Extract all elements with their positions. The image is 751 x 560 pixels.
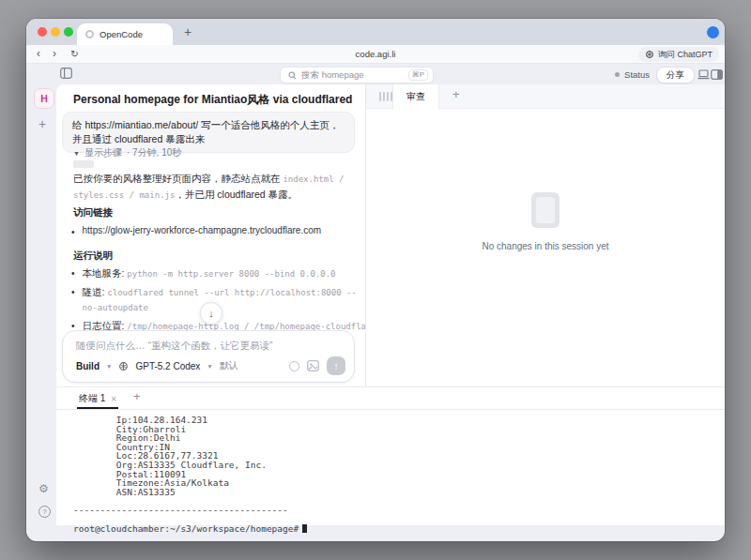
close-icon[interactable]: ×	[111, 394, 116, 404]
sidebar-toggle-icon	[60, 68, 72, 79]
model-selector[interactable]: GPT-5.2 Codex	[135, 361, 200, 371]
inline-code: styles.css	[73, 190, 124, 200]
tunnel-link-row: • https://glow-jerry-workforce-champagne…	[71, 225, 362, 239]
bullet-icon: •	[71, 225, 75, 239]
tunnel-link[interactable]: https://glow-jerry-workforce-champagne.t…	[83, 225, 322, 239]
ask-chatgpt-label: 询问 ChatGPT	[658, 49, 713, 61]
search-placeholder: 搜索 homepage	[301, 69, 404, 82]
run-notes-list: • 本地服务: python -m http.server 8000 --bin…	[71, 266, 364, 338]
browser-tab-opencode[interactable]: OpenCode	[77, 23, 173, 45]
composer-controls: Build ▼ GPT-5.2 Codex ▼ 默认	[76, 356, 345, 375]
composer-placeholder: 随便问点什么… “重构这个函数，让它更易读”	[76, 340, 272, 353]
status-label: Status	[624, 69, 650, 80]
inline-code: main.js	[139, 190, 175, 200]
tab-review[interactable]: 审查	[392, 84, 439, 109]
opencode-favicon-icon	[85, 30, 94, 38]
search-input[interactable]: 搜索 homepage ⌘P	[280, 67, 434, 83]
assistant-summary: 已按你要的风格整理好页面内容，静态站点就在 index.html / style…	[73, 171, 353, 203]
panel-layout-icon	[711, 69, 723, 80]
chatgpt-logo-icon	[645, 50, 654, 59]
bullet-icon: •	[71, 285, 75, 315]
traffic-light-minimize-button[interactable]	[51, 27, 60, 37]
review-panel: 审查 + No changes in this session yet	[366, 84, 725, 386]
chat-panel: Personal homepage for Miantiao风格 via clo…	[56, 84, 366, 386]
show-steps-label: 显示步骤	[84, 146, 122, 159]
terminal-cursor	[302, 524, 307, 533]
terminal-prompt-line: root@cloudchamber:~/s3/workspace/homepag…	[73, 523, 715, 534]
tab-title: OpenCode	[100, 29, 143, 39]
show-steps-toggle[interactable]: ▼ 显示步骤 · 7分钟, 10秒	[73, 146, 181, 159]
mode-selector[interactable]: Build	[76, 361, 100, 371]
empty-file-icon	[531, 192, 559, 228]
run-heading: 运行说明	[73, 250, 113, 263]
add-terminal-button[interactable]: +	[133, 389, 141, 403]
ask-chatgpt-button[interactable]: 询问 ChatGPT	[638, 47, 719, 62]
review-tab-bar: 审查 +	[366, 84, 725, 109]
address-bar[interactable]: code.agi.li	[26, 45, 725, 64]
chevron-down-icon: ▼	[73, 150, 80, 157]
terminal-body[interactable]: Ip:104.28.164.231 City:Gharroli Region:D…	[73, 416, 715, 525]
links-heading: 访问链接	[73, 206, 113, 219]
new-session-button[interactable]: +	[38, 116, 46, 131]
review-empty-state: No changes in this session yet	[366, 192, 725, 251]
chevron-down-icon: ▼	[106, 363, 112, 370]
diff-columns-icon	[379, 92, 392, 101]
attach-image-icon[interactable]	[307, 360, 319, 371]
project-avatar[interactable]: H	[34, 88, 54, 109]
add-review-tab-button[interactable]: +	[452, 87, 460, 101]
faded-text-placeholder	[73, 160, 94, 168]
terminal-prompt: root@cloudchamber:~/s3/workspace/homepag…	[73, 523, 299, 534]
search-shortcut-badge: ⌘P	[408, 69, 428, 81]
record-circle-icon[interactable]	[289, 361, 299, 371]
share-button[interactable]: 分享	[656, 67, 695, 83]
scroll-to-bottom-button[interactable]: ↓	[200, 302, 222, 325]
sidebar-toggle-button[interactable]	[60, 68, 72, 79]
laptop-icon	[697, 69, 710, 80]
status-indicator[interactable]: Status	[615, 69, 650, 80]
settings-gear-icon[interactable]: ⚙	[38, 482, 49, 495]
terminal-output: Ip:104.28.164.231 City:Gharroli Region:D…	[73, 416, 715, 515]
traffic-light-zoom-button[interactable]	[64, 27, 73, 37]
active-tab-indicator	[77, 407, 118, 409]
list-item: • 本地服务: python -m http.server 8000 --bin…	[71, 266, 364, 281]
send-button[interactable]: ↑	[327, 356, 345, 375]
reasoning-preset[interactable]: 默认	[220, 359, 238, 372]
inline-code: index.html	[283, 174, 333, 184]
chevron-down-icon: ▼	[207, 363, 212, 370]
app-toolbar: 搜索 homepage ⌘P Status 分享	[26, 64, 725, 84]
search-icon	[288, 71, 297, 80]
browser-window: OpenCode + ‹ › ↻ code.agi.li 询问 ChatGPT	[26, 19, 725, 541]
browser-tab-strip: OpenCode +	[26, 19, 725, 45]
bullet-icon: •	[71, 266, 75, 281]
browser-nav-bar: ‹ › ↻ code.agi.li 询问 ChatGPT	[26, 45, 725, 64]
profile-avatar[interactable]	[707, 26, 719, 38]
steps-duration: · 7分钟, 10秒	[127, 146, 181, 159]
terminal-tab-label: 终端 1	[79, 392, 105, 405]
openai-logo-icon	[118, 361, 129, 371]
help-icon[interactable]: ?	[38, 506, 51, 518]
new-tab-button[interactable]: +	[184, 23, 192, 41]
toggle-panel-button[interactable]	[711, 69, 723, 80]
terminal-panel: 终端 1 × + Ip:104.28.164.231 City:Gharroli…	[56, 386, 725, 525]
traffic-light-close-button[interactable]	[38, 27, 47, 37]
review-empty-text: No changes in this session yet	[366, 241, 725, 251]
status-dot-icon	[615, 72, 620, 77]
composer[interactable]: 随便问点什么… “重构这个函数，让它更易读” Build ▼ GPT-5.2 C…	[62, 330, 355, 383]
terminal-tab-bar: 终端 1 × +	[56, 387, 725, 410]
open-preview-button[interactable]	[697, 69, 710, 80]
